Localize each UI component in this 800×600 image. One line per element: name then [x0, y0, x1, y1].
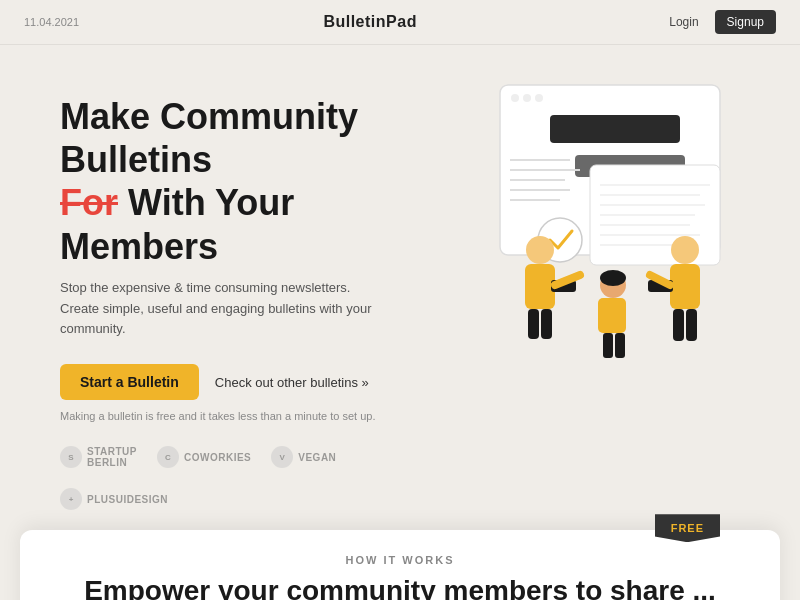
- svg-point-20: [526, 236, 554, 264]
- svg-line-25: [555, 275, 580, 285]
- hero-actions: Start a Bulletin Check out other bulleti…: [60, 364, 400, 400]
- svg-rect-29: [686, 309, 697, 341]
- svg-rect-34: [603, 333, 613, 358]
- svg-rect-28: [673, 309, 684, 341]
- svg-rect-23: [541, 309, 552, 339]
- logo-plusui-label: plusuidesign: [87, 494, 168, 505]
- logo-startup-berlin: S STARTUPBERLIN: [60, 446, 137, 468]
- header-logo: BulletinPad: [323, 13, 417, 31]
- signup-button[interactable]: Signup: [715, 10, 776, 34]
- logo-vegan-icon: V: [271, 446, 293, 468]
- partner-logos: S STARTUPBERLIN C COWORKIES V Vegan + pl…: [60, 446, 400, 510]
- how-it-works-section: FREE HOW IT WORKS Empower your community…: [20, 530, 780, 600]
- hero-section: Make Community Bulletins For With Your M…: [0, 45, 800, 530]
- header: 11.04.2021 BulletinPad Login Signup: [0, 0, 800, 45]
- hero-title: Make Community Bulletins For With Your M…: [60, 95, 400, 268]
- svg-point-3: [535, 94, 543, 102]
- logo-coworkies: C COWORKIES: [157, 446, 251, 468]
- start-bulletin-button[interactable]: Start a Bulletin: [60, 364, 199, 400]
- hero-note: Making a bulletin is free and it takes l…: [60, 410, 400, 422]
- check-bulletins-link[interactable]: Check out other bulletins: [215, 375, 369, 390]
- hero-left: Make Community Bulletins For With Your M…: [60, 85, 400, 510]
- svg-rect-35: [615, 333, 625, 358]
- logo-vegan-label: Vegan: [298, 452, 336, 463]
- svg-point-2: [523, 94, 531, 102]
- hero-subtitle: Stop the expensive & time consuming news…: [60, 278, 380, 340]
- logo-startup-berlin-icon: S: [60, 446, 82, 468]
- logo-startup-berlin-label: STARTUPBERLIN: [87, 446, 137, 468]
- section-label: HOW IT WORKS: [80, 554, 720, 566]
- svg-point-26: [671, 236, 699, 264]
- svg-rect-33: [598, 298, 626, 333]
- logo-plusui-icon: +: [60, 488, 82, 510]
- svg-point-36: [600, 270, 626, 286]
- hero-title-strikethrough: For: [60, 182, 118, 223]
- svg-rect-4: [550, 115, 680, 143]
- svg-rect-27: [670, 264, 700, 309]
- hero-svg: [420, 65, 760, 405]
- svg-rect-22: [528, 309, 539, 339]
- logo-coworkies-label: COWORKIES: [184, 452, 251, 463]
- logo-plusui: + plusuidesign: [60, 488, 168, 510]
- logo-coworkies-icon: C: [157, 446, 179, 468]
- header-auth: Login Signup: [661, 10, 776, 34]
- hero-illustration: [400, 85, 740, 510]
- hero-title-line1: Make Community Bulletins: [60, 96, 358, 180]
- svg-rect-21: [525, 264, 555, 309]
- login-button[interactable]: Login: [661, 11, 706, 33]
- svg-point-1: [511, 94, 519, 102]
- free-badge: FREE: [655, 514, 720, 542]
- logo-vegan: V Vegan: [271, 446, 336, 468]
- section-title: Empower your community members to share …: [80, 574, 720, 600]
- header-date: 11.04.2021: [24, 16, 79, 28]
